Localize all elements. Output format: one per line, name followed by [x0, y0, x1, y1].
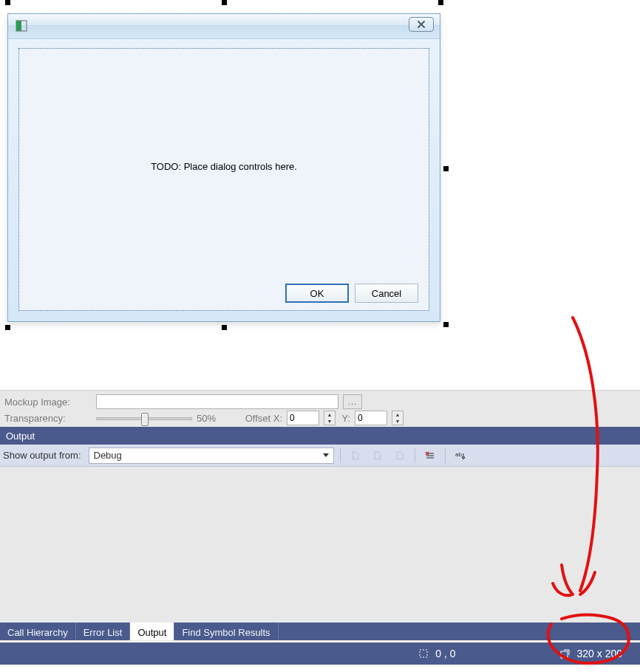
status-size: 320 x 200	[559, 648, 623, 659]
next-message-icon	[372, 450, 384, 462]
tab-label: Error List	[84, 627, 123, 638]
show-output-from-label: Show output from:	[3, 450, 81, 461]
tab-label: Call Hierarchy	[7, 627, 68, 638]
chevron-down-icon	[323, 453, 329, 457]
tab-error-list[interactable]: Error List	[76, 623, 131, 640]
status-position-text: 0 , 0	[435, 648, 455, 659]
offset-y-spinner[interactable]: ▲▼	[392, 411, 404, 425]
find-message-button[interactable]	[391, 448, 409, 464]
dialog-close-button[interactable]	[409, 17, 434, 32]
toggle-word-wrap-button[interactable]: ab	[452, 448, 469, 464]
previous-message-icon-2	[394, 450, 406, 462]
selection-handle[interactable]	[438, 0, 443, 5]
output-panel: Output Show output from: Debug	[0, 427, 640, 641]
clear-all-button[interactable]	[421, 448, 439, 464]
clear-all-icon	[424, 450, 436, 462]
status-bar: 0 , 0 320 x 200	[0, 642, 640, 665]
tab-label: Output	[137, 627, 166, 638]
offset-y-label: Y:	[340, 413, 350, 424]
offset-x-label: Offset X:	[231, 413, 282, 424]
slider-thumb[interactable]	[141, 413, 149, 426]
cancel-button-label: Cancel	[372, 288, 401, 299]
selection-handle[interactable]	[443, 166, 449, 171]
toolbar-separator	[415, 448, 415, 463]
previous-message-icon	[350, 450, 361, 462]
toolbar-separator	[340, 448, 341, 463]
status-position: 0 , 0	[418, 648, 455, 659]
dialog-titlebar[interactable]	[8, 14, 440, 39]
offset-x-input[interactable]	[287, 411, 319, 425]
status-size-text: 320 x 200	[577, 648, 623, 659]
offset-x-spinner[interactable]: ▲▼	[324, 411, 336, 425]
output-panel-title[interactable]: Output	[0, 427, 640, 445]
output-source-combo[interactable]: Debug	[89, 448, 334, 464]
crop-icon	[418, 648, 429, 659]
find-message-next-button[interactable]	[369, 448, 387, 464]
selection-handle[interactable]	[443, 322, 449, 327]
output-source-selected: Debug	[94, 450, 122, 461]
ok-button-label: OK	[310, 288, 324, 299]
tab-call-hierarchy[interactable]: Call Hierarchy	[0, 623, 76, 640]
cancel-button[interactable]: Cancel	[355, 284, 418, 303]
bottom-tabstrip: Call Hierarchy Error List Output Find Sy…	[0, 623, 640, 640]
svg-text:ab: ab	[455, 451, 462, 458]
svg-rect-4	[561, 651, 568, 658]
output-toolbar: Show output from: Debug	[0, 445, 640, 467]
offset-y-input[interactable]	[355, 411, 387, 425]
toolbar-separator	[445, 448, 446, 463]
ellipsis-icon: ...	[348, 397, 357, 406]
toggle-word-wrap-icon: ab	[455, 450, 466, 462]
transparency-value: 50%	[197, 413, 226, 424]
svg-rect-3	[420, 650, 427, 657]
svg-rect-1	[16, 21, 21, 31]
mockup-properties-strip: Mockup Image: ... Transparency: 50% Offs…	[0, 390, 640, 427]
dialog-designer-canvas[interactable]: TODO: Place dialog controls here. OK Can…	[0, 0, 640, 390]
tab-output[interactable]: Output	[130, 623, 174, 640]
dialog-window[interactable]: TODO: Place dialog controls here. OK Can…	[7, 13, 440, 322]
mockup-image-label: Mockup Image:	[4, 397, 92, 408]
find-message-prev-button[interactable]	[347, 448, 364, 464]
close-icon	[416, 20, 426, 29]
transparency-label: Transparency:	[4, 413, 92, 424]
selection-handle[interactable]	[5, 0, 10, 5]
output-panel-title-label: Output	[6, 431, 35, 442]
app-icon	[16, 20, 27, 32]
mockup-image-path-input[interactable]	[96, 394, 338, 409]
selection-handle[interactable]	[5, 325, 10, 330]
ok-button[interactable]: OK	[285, 284, 349, 303]
dialog-client-area[interactable]: TODO: Place dialog controls here. OK Can…	[18, 48, 429, 311]
selection-handle[interactable]	[222, 0, 227, 5]
transparency-slider[interactable]	[96, 417, 192, 420]
tab-label: Find Symbol Results	[182, 627, 270, 638]
output-text-area[interactable]	[0, 467, 640, 618]
tab-find-symbol-results[interactable]: Find Symbol Results	[174, 623, 278, 640]
size-icon	[559, 648, 571, 659]
dialog-placeholder-text: TODO: Place dialog controls here.	[151, 161, 297, 172]
selection-handle[interactable]	[222, 325, 227, 330]
mockup-browse-button[interactable]: ...	[343, 394, 362, 409]
